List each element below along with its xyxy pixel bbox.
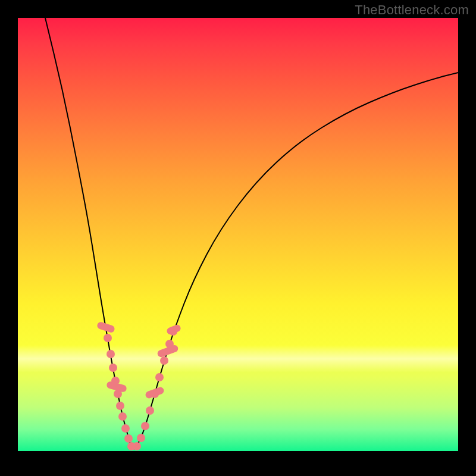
marker-dot [118,412,127,421]
marker-pills [96,321,181,399]
marker-dot [133,442,141,450]
marker-dot [137,434,145,442]
chart-svg [18,18,458,451]
marker-dot [160,356,168,365]
watermark-text: TheBottleneck.com [355,2,469,18]
marker-dot [104,334,112,342]
marker-dot [146,406,154,415]
marker-dot [107,350,115,358]
right-curve [136,73,458,448]
chart-plot-area [18,18,458,451]
marker-dot [124,434,133,443]
chart-frame: TheBottleneck.com [0,0,476,476]
marker-dot [169,327,177,336]
marker-dot [116,402,124,410]
marker-dot [111,377,120,385]
marker-dot [155,373,164,381]
marker-dot [109,364,117,372]
marker-dot [114,390,122,398]
marker-dot [121,424,130,433]
marker-dot [151,390,159,398]
marker-dot [141,422,149,430]
marker-dot [165,340,174,348]
